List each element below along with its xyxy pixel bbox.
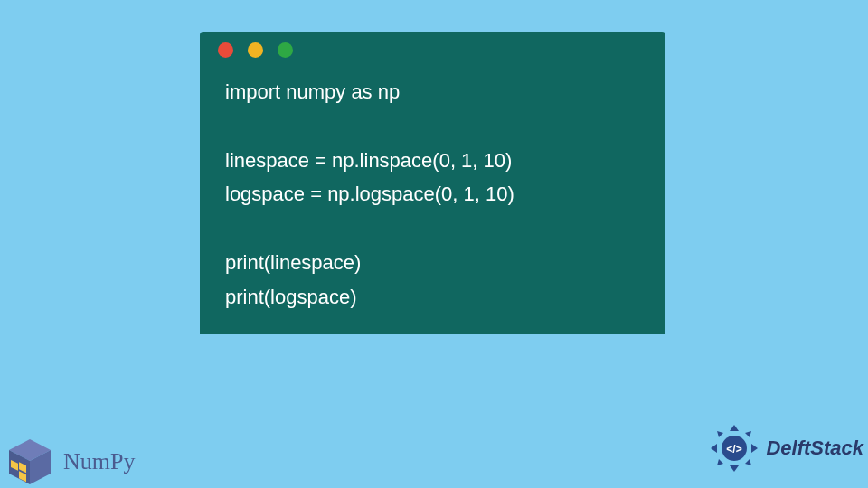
maximize-icon[interactable] <box>278 42 293 58</box>
svg-marker-15 <box>745 459 751 465</box>
numpy-logo-text: NumPy <box>63 448 135 475</box>
svg-marker-13 <box>745 431 751 437</box>
window-titlebar <box>200 32 665 68</box>
svg-marker-9 <box>730 465 739 472</box>
svg-text:</>: </> <box>727 443 742 455</box>
svg-marker-14 <box>717 459 723 465</box>
svg-marker-8 <box>730 425 739 431</box>
minimize-icon[interactable] <box>248 42 263 58</box>
code-window: import numpy as np linespace = np.linspa… <box>200 32 665 334</box>
svg-marker-11 <box>751 444 758 453</box>
svg-marker-12 <box>717 431 723 437</box>
numpy-logo: NumPy <box>5 437 135 486</box>
delftstack-emblem-icon: </> <box>708 422 760 474</box>
delftstack-logo: </> DelftStack <box>708 422 863 474</box>
code-block: import numpy as np linespace = np.linspa… <box>200 68 665 314</box>
close-icon[interactable] <box>218 42 233 58</box>
delftstack-logo-text: DelftStack <box>766 436 863 460</box>
numpy-cube-icon <box>5 437 54 486</box>
svg-marker-10 <box>711 444 717 453</box>
